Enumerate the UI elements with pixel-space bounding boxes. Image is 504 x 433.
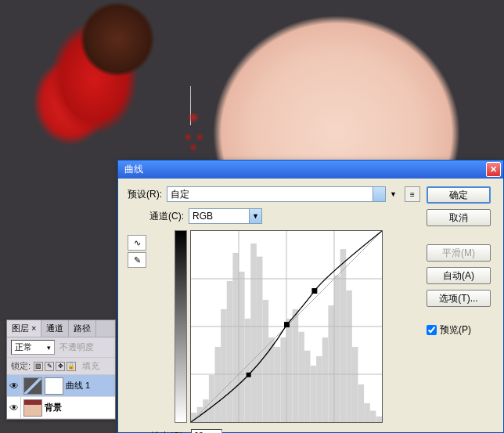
close-button[interactable]: ✕ <box>486 162 501 177</box>
lock-label: 锁定: <box>11 360 31 372</box>
mask-thumbnail <box>45 377 63 395</box>
output-field[interactable]: 63 <box>191 429 222 433</box>
lock-transparency-icon[interactable]: ▨ <box>34 362 43 371</box>
list-item[interactable]: 👁 曲线 1 <box>7 375 115 397</box>
smooth-button[interactable]: 平滑(M) <box>427 244 491 262</box>
ok-button[interactable]: 确定 <box>427 186 491 204</box>
output-gradient <box>175 230 187 423</box>
photo-thumbnail <box>23 399 42 417</box>
preview-checkbox-input[interactable] <box>427 325 437 335</box>
svg-rect-41 <box>312 289 317 294</box>
lock-brush-icon[interactable]: ✎ <box>45 362 54 371</box>
curve-tool-button[interactable]: ∿ <box>128 235 146 251</box>
list-item[interactable]: 👁 背景 <box>7 397 115 419</box>
blend-mode-select[interactable]: 正常 <box>11 340 55 355</box>
dialog-title: 曲线 <box>124 163 143 176</box>
layers-panel-tabs: 图层 × 通道 路径 <box>7 320 115 337</box>
tab-layers[interactable]: 图层 × <box>7 320 41 337</box>
preview-label: 预览(P) <box>440 323 471 337</box>
tab-paths[interactable]: 路径 <box>69 320 96 337</box>
dialog-titlebar[interactable]: 曲线 ✕ <box>118 161 503 179</box>
preset-menu-button[interactable]: ≡ <box>405 186 420 202</box>
layers-panel: 图层 × 通道 路径 正常 不透明度 锁定: ▨ ✎ ✥ 🔒 填充 👁 曲线 1… <box>6 319 116 420</box>
lock-all-icon[interactable]: 🔒 <box>67 362 76 371</box>
lock-move-icon[interactable]: ✥ <box>56 362 65 371</box>
svg-rect-39 <box>247 373 251 377</box>
channel-label: 通道(C): <box>149 210 184 223</box>
layer-list: 👁 曲线 1 👁 背景 <box>7 375 115 419</box>
curves-graph[interactable] <box>190 230 383 423</box>
curves-dialog: 曲线 ✕ 预设(R): 自定 ▼ ≡ 通道(C): RGB ▼ <box>117 160 504 433</box>
fill-label: 填充 <box>82 360 99 372</box>
curve-line[interactable] <box>191 231 382 422</box>
layer-name: 曲线 1 <box>66 380 90 392</box>
layer-name: 背景 <box>45 402 62 413</box>
cancel-button[interactable]: 取消 <box>427 209 491 226</box>
curves-thumbnail <box>23 377 42 395</box>
channel-select[interactable]: RGB <box>189 208 262 224</box>
output-label: 输出(O): <box>151 430 186 434</box>
opacity-label: 不透明度 <box>59 341 94 353</box>
svg-rect-40 <box>285 323 290 327</box>
preset-label: 预设(R): <box>128 188 162 201</box>
preview-checkbox[interactable]: 预览(P) <box>427 323 494 337</box>
pencil-tool-button[interactable]: ✎ <box>128 252 146 268</box>
tab-channels[interactable]: 通道 <box>41 320 69 337</box>
auto-button[interactable]: 自动(A) <box>427 267 491 284</box>
preset-select[interactable]: 自定 <box>167 186 386 202</box>
visibility-icon[interactable]: 👁 <box>7 375 21 396</box>
options-button[interactable]: 选项(T)... <box>427 290 491 307</box>
visibility-icon[interactable]: 👁 <box>7 397 21 418</box>
chevron-down-icon: ▼ <box>390 190 397 198</box>
